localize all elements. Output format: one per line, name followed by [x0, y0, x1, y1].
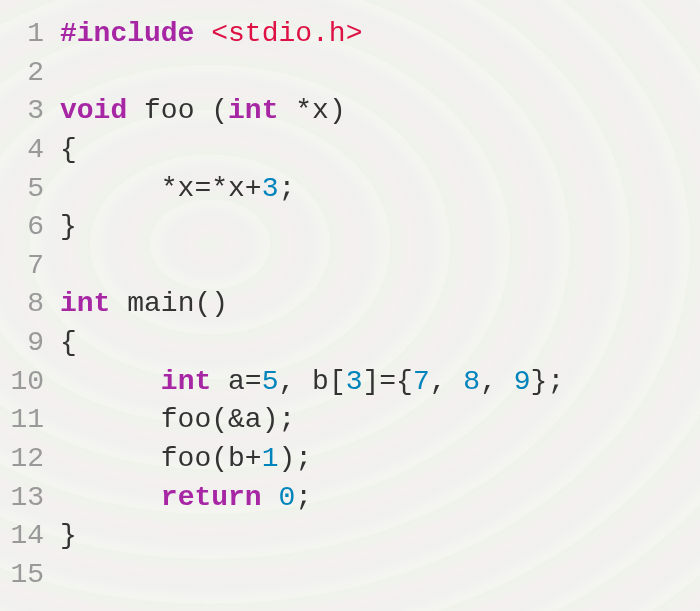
- token-ident: [60, 366, 161, 397]
- token-ident: ,: [430, 366, 464, 397]
- line-number: 10: [10, 363, 60, 402]
- token-number: 9: [514, 366, 531, 397]
- code-line: 15: [10, 556, 690, 595]
- line-number: 11: [10, 401, 60, 440]
- token-punct: {: [60, 134, 77, 165]
- code-line: 14}: [10, 517, 690, 556]
- token-punct: }: [60, 520, 77, 551]
- token-preprocessor: #include: [60, 18, 211, 49]
- code-line: 2: [10, 54, 690, 93]
- code-content: int main(): [60, 285, 228, 324]
- code-content: {: [60, 324, 77, 363]
- token-punct: ;: [295, 482, 312, 513]
- line-number: 2: [10, 54, 60, 93]
- code-line: 9{: [10, 324, 690, 363]
- code-line: 7: [10, 247, 690, 286]
- code-line: 3void foo (int *x): [10, 92, 690, 131]
- code-content: int a=5, b[3]={7, 8, 9};: [60, 363, 564, 402]
- token-ident: };: [531, 366, 565, 397]
- token-number: 3: [346, 366, 363, 397]
- token-ident: , b[: [278, 366, 345, 397]
- code-line: 6}: [10, 208, 690, 247]
- code-editor: 1#include <stdio.h>23void foo (int *x)4{…: [10, 15, 690, 594]
- token-number: 5: [262, 366, 279, 397]
- code-content: {: [60, 131, 77, 170]
- token-ident: foo (: [127, 95, 228, 126]
- token-number: 1: [262, 443, 279, 474]
- token-type: int: [228, 95, 278, 126]
- token-ident: [262, 482, 279, 513]
- token-keyword: void: [60, 95, 127, 126]
- token-punct: ;: [278, 173, 295, 204]
- token-number: 8: [463, 366, 480, 397]
- code-content: void foo (int *x): [60, 92, 346, 131]
- line-number: 15: [10, 556, 60, 595]
- token-number: 0: [278, 482, 295, 513]
- token-ident: main(): [110, 288, 228, 319]
- line-number: 7: [10, 247, 60, 286]
- code-line: 11 foo(&a);: [10, 401, 690, 440]
- code-line: 4{: [10, 131, 690, 170]
- token-ident: );: [278, 443, 312, 474]
- token-ident: *x=*x+: [60, 173, 262, 204]
- code-line: 12 foo(b+1);: [10, 440, 690, 479]
- code-content: *x=*x+3;: [60, 170, 295, 209]
- token-type: int: [161, 366, 211, 397]
- token-punct: {: [60, 327, 77, 358]
- line-number: 13: [10, 479, 60, 518]
- line-number: 1: [10, 15, 60, 54]
- token-keyword: return: [161, 482, 262, 513]
- line-number: 9: [10, 324, 60, 363]
- token-ident: ,: [480, 366, 514, 397]
- code-content: foo(b+1);: [60, 440, 312, 479]
- code-line: 8int main(): [10, 285, 690, 324]
- code-content: }: [60, 208, 77, 247]
- code-content: foo(&a);: [60, 401, 295, 440]
- code-content: return 0;: [60, 479, 312, 518]
- code-content: }: [60, 517, 77, 556]
- token-ident: a=: [211, 366, 261, 397]
- code-line: 10 int a=5, b[3]={7, 8, 9};: [10, 363, 690, 402]
- line-number: 6: [10, 208, 60, 247]
- token-ident: foo(&a);: [60, 404, 295, 435]
- token-include-path: <stdio.h>: [211, 18, 362, 49]
- line-number: 12: [10, 440, 60, 479]
- token-ident: ]={: [363, 366, 413, 397]
- token-number: 3: [262, 173, 279, 204]
- code-line: 1#include <stdio.h>: [10, 15, 690, 54]
- line-number: 4: [10, 131, 60, 170]
- line-number: 14: [10, 517, 60, 556]
- token-number: 7: [413, 366, 430, 397]
- code-line: 13 return 0;: [10, 479, 690, 518]
- code-line: 5 *x=*x+3;: [10, 170, 690, 209]
- code-content: #include <stdio.h>: [60, 15, 362, 54]
- line-number: 8: [10, 285, 60, 324]
- token-type: int: [60, 288, 110, 319]
- line-number: 3: [10, 92, 60, 131]
- line-number: 5: [10, 170, 60, 209]
- token-ident: [60, 482, 161, 513]
- token-ident: foo(b+: [60, 443, 262, 474]
- token-ident: *x): [278, 95, 345, 126]
- token-punct: }: [60, 211, 77, 242]
